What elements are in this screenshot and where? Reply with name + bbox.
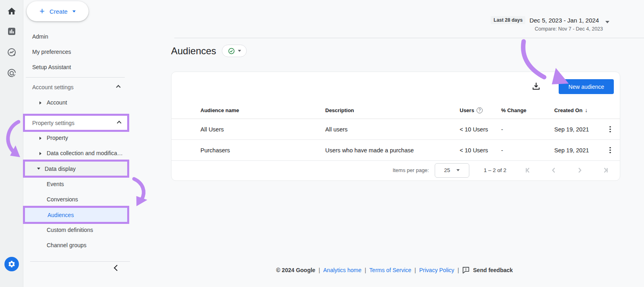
cell-users: < 10 Users	[460, 126, 501, 133]
col-description: Description	[325, 107, 460, 113]
terms-of-service-link[interactable]: Terms of Service	[369, 267, 411, 273]
copyright-text: © 2024 Google	[276, 267, 315, 273]
row-menu-icon[interactable]	[607, 146, 614, 155]
nav-rail	[0, 0, 23, 287]
section-label: Property settings	[32, 120, 74, 126]
col-change: % Change	[501, 107, 554, 113]
chevron-down-icon	[605, 21, 609, 23]
item-label: Data display	[45, 166, 76, 172]
col-audience-name: Audience name	[200, 107, 325, 113]
sidebar-item-data-collection[interactable]: Data collection and modifica…	[26, 146, 126, 161]
chevron-down-icon	[456, 169, 460, 171]
table-row[interactable]: All Users All users < 10 Users - Sep 19,…	[171, 119, 620, 140]
send-feedback-button[interactable]: Send feedback	[462, 266, 513, 274]
chevron-down-icon	[72, 10, 76, 12]
help-icon[interactable]: ?	[477, 107, 483, 113]
create-button-label: Create	[50, 8, 68, 15]
sidebar-section-account-settings[interactable]: Account settings	[26, 80, 126, 95]
annotation-arrow-datadisplay-to-audiences	[132, 179, 147, 209]
chevron-up-icon	[117, 121, 121, 125]
cell-description: All users	[325, 126, 460, 133]
next-page-icon[interactable]	[575, 166, 584, 175]
download-icon[interactable]	[531, 81, 541, 92]
analytics-home-link[interactable]: Analytics home	[323, 267, 361, 273]
caret-down-icon	[37, 168, 40, 170]
cell-audience-name: Purchasers	[200, 147, 325, 154]
sidebar-divider	[30, 261, 130, 262]
sidebar-item-events[interactable]: Events	[26, 176, 126, 192]
sidebar-item-my-preferences[interactable]: My preferences	[26, 44, 126, 59]
table-header: Audience name Description Users ? % Chan…	[171, 102, 620, 119]
prev-page-icon[interactable]	[549, 166, 559, 175]
feedback-icon	[462, 266, 470, 274]
page-size-value: 25	[444, 167, 450, 173]
send-feedback-label: Send feedback	[473, 267, 513, 273]
item-label: Account	[47, 99, 67, 106]
sidebar-item-data-display[interactable]: Data display	[23, 160, 129, 178]
cell-change: -	[501, 147, 554, 154]
create-button[interactable]: + Create	[27, 1, 89, 21]
col-created-on[interactable]: Created On ↓	[554, 107, 607, 113]
caret-right-icon	[39, 101, 41, 105]
plus-icon: +	[39, 7, 45, 16]
sidebar-item-setup-assistant[interactable]: Setup Assistant	[26, 59, 126, 75]
check-circle-icon	[228, 47, 235, 55]
caret-right-icon	[39, 152, 41, 155]
explore-icon[interactable]	[7, 47, 17, 57]
cell-change: -	[501, 126, 554, 133]
privacy-policy-link[interactable]: Privacy Policy	[419, 267, 454, 273]
chevron-down-icon	[238, 50, 241, 52]
sidebar-section-property-settings[interactable]: Property settings	[23, 114, 129, 132]
sidebar-item-admin[interactable]: Admin	[26, 29, 126, 44]
first-page-icon[interactable]	[523, 166, 533, 175]
last-page-icon[interactable]	[601, 166, 610, 175]
sidebar-item-channel-groups[interactable]: Channel groups	[26, 238, 126, 253]
date-range-value: Dec 5, 2023 - Jan 1, 2024	[529, 17, 599, 24]
cell-users: < 10 Users	[460, 147, 501, 154]
sidebar-item-property[interactable]: Property	[26, 130, 126, 146]
items-per-page-label: Items per page:	[392, 167, 429, 173]
sidebar-divider	[26, 77, 125, 78]
cell-audience-name: All Users	[200, 126, 325, 133]
pagination-bar: Items per page: 25 1 – 2 of 2	[171, 160, 620, 180]
section-label: Account settings	[32, 84, 74, 90]
admin-gear-icon[interactable]	[4, 257, 19, 271]
item-label: Data collection and modifica…	[47, 150, 123, 156]
audiences-card: New audience Audience name Description U…	[171, 72, 620, 181]
page-size-select[interactable]: 25	[435, 163, 469, 178]
item-label: Audiences	[47, 212, 74, 218]
new-audience-button[interactable]: New audience	[559, 79, 614, 94]
pagination-range: 1 – 2 of 2	[484, 167, 506, 173]
cell-created-on: Sep 19, 2021	[554, 147, 607, 154]
sidebar-item-account[interactable]: Account	[26, 95, 126, 110]
chevron-up-icon	[116, 85, 120, 89]
sort-desc-icon: ↓	[585, 107, 588, 113]
advertising-icon[interactable]	[7, 68, 17, 78]
sidebar-item-conversions[interactable]: Conversions	[26, 192, 126, 207]
date-range-compare: Compare: Nov 7 - Dec 4, 2023	[535, 26, 603, 32]
date-range-picker[interactable]: Last 28 days Dec 5, 2023 - Jan 1, 2024 C…	[491, 16, 609, 32]
collapse-sidebar-icon[interactable]	[114, 265, 120, 271]
date-range-chip: Last 28 days	[491, 16, 525, 24]
page-title: Audiences	[171, 45, 216, 57]
header-divider	[174, 38, 644, 38]
caret-right-icon	[39, 137, 41, 140]
cell-description: Users who have made a purchase	[325, 147, 460, 154]
cell-created-on: Sep 19, 2021	[554, 126, 607, 133]
reports-icon[interactable]	[7, 27, 17, 36]
table-row[interactable]: Purchasers Users who have made a purchas…	[171, 140, 620, 161]
footer: © 2024 Google | Analytics home | Terms o…	[145, 266, 644, 274]
item-label: Property	[47, 135, 68, 141]
data-status-badge[interactable]	[222, 45, 247, 57]
home-icon[interactable]	[7, 6, 17, 16]
sidebar-item-custom-definitions[interactable]: Custom definitions	[26, 222, 126, 238]
row-menu-icon[interactable]	[607, 125, 614, 134]
col-users: Users ?	[460, 107, 501, 113]
sidebar-item-audiences[interactable]: Audiences	[23, 206, 129, 224]
